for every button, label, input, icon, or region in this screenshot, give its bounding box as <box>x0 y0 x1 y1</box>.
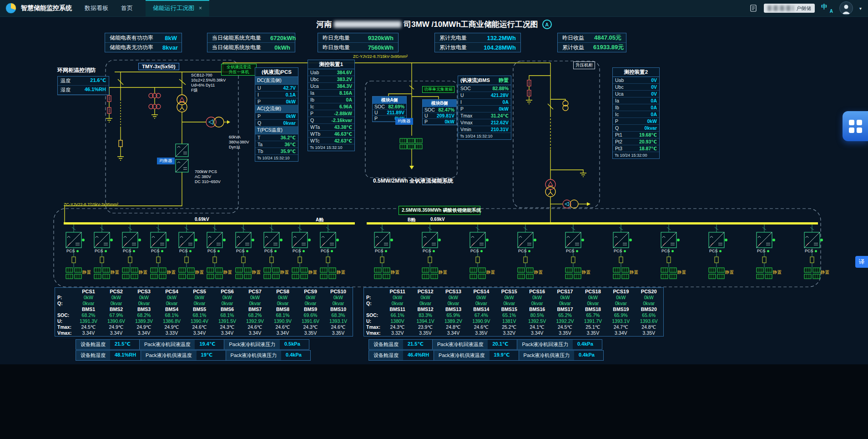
u-value: 1381V <box>495 318 523 324</box>
field-label: 当日储能系统充电量 <box>207 34 266 42</box>
row-label: Tmax: <box>364 324 384 330</box>
field-value: 4847.05元 <box>590 34 626 42</box>
panel-title-row: (钒液流)BMS 静置 <box>458 76 511 85</box>
table-row-tmax: Tmax:24.5℃24.9℃24.9℃24.9℃24.6℃24.3℃24.6℃… <box>56 324 352 330</box>
vmax-value: 3.35V <box>297 330 324 336</box>
q-value: 0kvar <box>551 300 579 306</box>
row-label <box>56 288 75 294</box>
panel-title: 环网柜温控消防 <box>57 66 109 74</box>
data-row: Ubc383.2V <box>308 76 354 83</box>
panel-title: 模块A侧 <box>373 97 406 104</box>
p-value: 0kW <box>467 294 495 300</box>
field-label: Q <box>310 117 314 123</box>
q-value: 0kvar <box>523 300 551 306</box>
pcs-column-header: PCS18 <box>579 288 607 294</box>
tmax-value: 24.6℃ <box>269 324 297 330</box>
field-value: -2.88kW <box>334 111 352 116</box>
field-value: 0kW <box>499 106 509 112</box>
bms-name: BMS18 <box>579 306 607 312</box>
pcs-table-a: PCS1PCS2PCS3PCS4PCS5PCS6PCS7PCS8PCS9PCS1… <box>55 287 353 337</box>
scada-page: 智慧储能监控系统 数据看板 首页 储能运行工况图 × 户侧储 中 A <box>0 0 868 439</box>
u-value: 1390.4V <box>186 318 213 324</box>
vmax-value: 3.34V <box>130 330 158 336</box>
title-badge-icon[interactable]: A <box>542 20 552 29</box>
field-label: Pack液冷机回液温度 <box>140 340 195 349</box>
field-value: 0kW <box>286 99 296 104</box>
balancer-label: 均衡器 <box>157 158 175 164</box>
row-label: U: <box>364 318 384 324</box>
field-value: 0A <box>651 105 657 110</box>
busbar-spec-label: TMY-3x(5x50) <box>138 63 179 70</box>
tmax-value: 24.9℃ <box>102 324 130 330</box>
field-value: 21.5℃ <box>110 340 139 349</box>
pcs-column-header: PCS6 <box>213 288 241 294</box>
p-value: 0kW <box>411 294 439 300</box>
u-value: 1389.3V <box>130 318 158 324</box>
vmax-value: 3.34V <box>241 330 269 336</box>
kv-list: U42.7VI0.1AP0kW <box>255 85 298 105</box>
row-label <box>56 306 75 312</box>
nav-item-home[interactable]: 首页 <box>121 4 133 12</box>
field-label: Pt1 <box>615 132 622 138</box>
document-icon[interactable] <box>749 4 757 12</box>
soc-value: 83.3% <box>411 312 439 318</box>
user-menu[interactable]: 户侧储 <box>764 4 815 13</box>
row-label: Tmax: <box>56 324 75 330</box>
app-title: 智慧储能监控系统 <box>21 4 72 12</box>
table-row-u: U:1391.3V1390.6V1389.3V1386.8V1390.4V139… <box>56 318 352 324</box>
p-value: 0kW <box>102 294 130 300</box>
p-value: 0kW <box>269 294 297 300</box>
data-row: Ic0A <box>613 111 659 118</box>
translate-button[interactable]: 译 <box>855 256 868 268</box>
spec-line: Ud≈6% Dy11 <box>191 83 226 88</box>
field-label: Ia <box>615 98 619 103</box>
avatar[interactable] <box>839 1 853 15</box>
data-row: 设备舱湿度48.1%RH <box>76 350 141 361</box>
bms-name: BMS20 <box>635 306 663 312</box>
label-line: 全钒液流变流 <box>223 65 255 70</box>
row-label <box>364 306 384 312</box>
tmax-value: 24.9℃ <box>158 324 186 330</box>
tmax-value: 24.6℃ <box>467 324 495 330</box>
data-row: SOC82.69% <box>373 104 406 110</box>
u-value: 1390.9V <box>269 318 297 324</box>
data-row: 昨日充电量9320kWh <box>318 33 398 42</box>
table-row-q: Q:0kvar0kvar0kvar0kvar0kvar0kvar0kvar0kv… <box>56 300 352 306</box>
field-label: P <box>257 113 261 119</box>
tmax-value: 24.8℃ <box>635 324 663 330</box>
lang-primary: 中 <box>821 3 827 11</box>
bms-name: BMS6 <box>213 306 241 312</box>
field-value: 82.88% <box>492 86 509 91</box>
pcs-data-table: PCS1PCS2PCS3PCS4PCS5PCS6PCS7PCS8PCS9PCS1… <box>56 288 352 336</box>
bms-name: BMS15 <box>495 306 523 312</box>
data-row: 湿度46.1%RH <box>58 86 109 95</box>
row-label: P: <box>364 294 384 300</box>
station-transformer-label: 60kVA 380V-380V Dyn11 <box>229 135 249 150</box>
vmax-value: 3.34V <box>186 330 213 336</box>
u-value: 1380V <box>384 318 411 324</box>
bms-name: BMS4 <box>158 306 186 312</box>
pcs700-spec-label: 700kW PCS AC 380V DC 310~650V <box>195 169 221 184</box>
tab-operation-diagram[interactable]: 储能运行工况图 × <box>146 0 209 16</box>
field-label: U <box>257 85 261 91</box>
table-row-vmax: Vmax:3.32V3.35V3.34V3.35V3.32V3.34V3.35V… <box>364 330 663 336</box>
status-badge: 静置 <box>499 77 509 84</box>
q-value: 0kvar <box>579 300 607 306</box>
spec-line: 700kW PCS <box>195 169 221 174</box>
table-row-soc: SOC:66.1%83.3%65.9%67.4%65.1%80.5%65.2%6… <box>364 312 663 318</box>
field-value: 0.1A <box>286 92 296 97</box>
quick-menu-button[interactable] <box>843 111 868 141</box>
field-label: WTb <box>310 131 320 137</box>
field-value: 0kvar <box>645 125 657 131</box>
chevron-down-icon[interactable]: ▾ <box>859 6 862 11</box>
field-value: 421.28V <box>491 92 509 98</box>
env-strip-b2: 设备舱湿度46.4%RHPack液冷机供液温度19.9℃Pack液冷机供液压力0… <box>369 350 604 361</box>
tab-close-icon[interactable]: × <box>199 5 202 11</box>
soc-value: 68.1% <box>213 312 241 318</box>
field-value: 19.68℃ <box>639 132 657 138</box>
field-value: 209.81V <box>437 113 454 118</box>
language-toggle[interactable]: 中 A <box>821 3 833 14</box>
nav-item-dashboard[interactable]: 数据看板 <box>85 4 108 12</box>
spec-line: 10±2×2.5%/0.38kV <box>191 78 226 83</box>
bms-name: BMS19 <box>607 306 635 312</box>
